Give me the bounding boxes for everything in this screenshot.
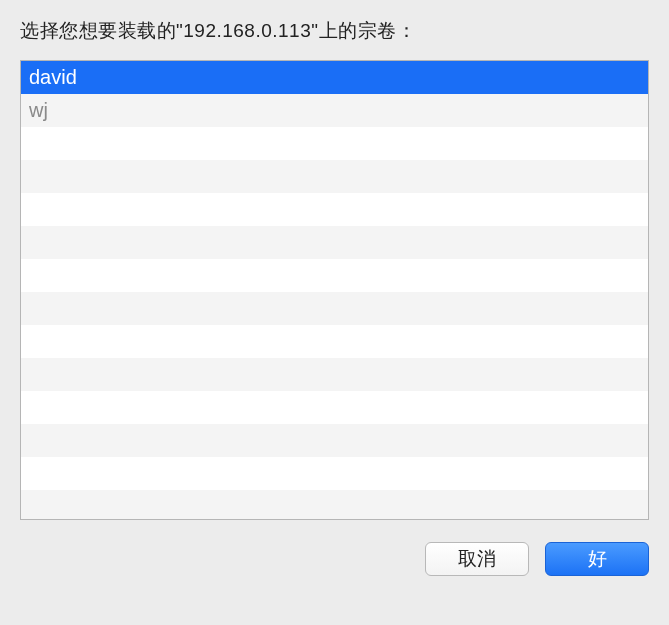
list-item[interactable]: david — [21, 61, 648, 94]
list-item — [21, 424, 648, 457]
list-item — [21, 490, 648, 520]
list-item — [21, 325, 648, 358]
list-item — [21, 292, 648, 325]
prompt-prefix: 选择您想要装载的" — [20, 20, 183, 41]
ok-button[interactable]: 好 — [545, 542, 649, 576]
list-item[interactable]: wj — [21, 94, 648, 127]
dialog-prompt: 选择您想要装载的"192.168.0.113"上的宗卷： — [20, 18, 649, 44]
list-item — [21, 457, 648, 490]
list-item — [21, 226, 648, 259]
list-item — [21, 358, 648, 391]
list-item — [21, 193, 648, 226]
volume-name: david — [29, 66, 77, 88]
volume-list[interactable]: davidwj — [20, 60, 649, 520]
list-item — [21, 391, 648, 424]
volume-name: wj — [29, 99, 48, 121]
list-item — [21, 259, 648, 292]
prompt-host: 192.168.0.113 — [183, 20, 311, 41]
prompt-suffix: "上的宗卷： — [311, 20, 416, 41]
cancel-button[interactable]: 取消 — [425, 542, 529, 576]
list-item — [21, 127, 648, 160]
button-row: 取消 好 — [20, 542, 649, 576]
list-item — [21, 160, 648, 193]
